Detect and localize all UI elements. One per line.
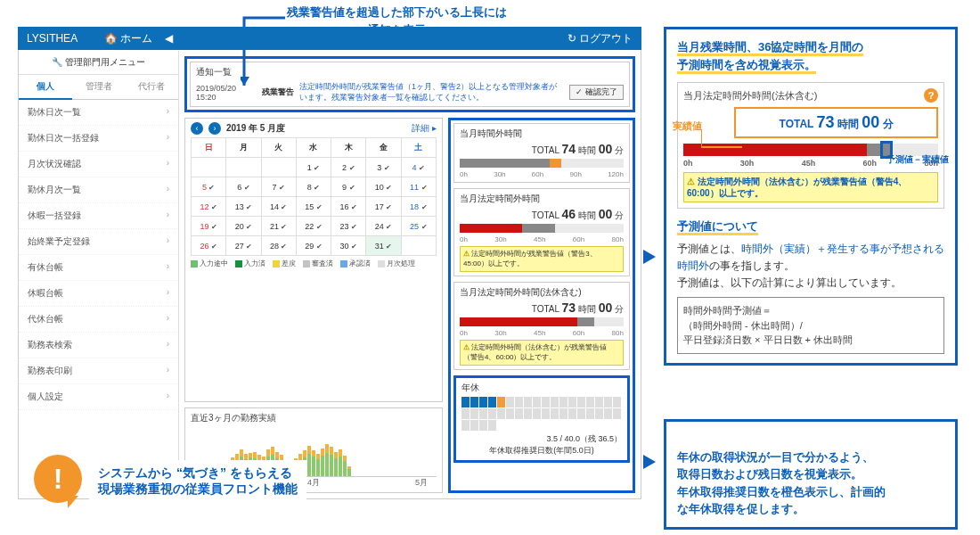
sidebar-item-0[interactable]: 勤休日次一覧	[19, 100, 178, 126]
nenkyu-cell	[586, 408, 594, 419]
nenkyu-cell	[488, 420, 496, 431]
cal-cell[interactable]: 30 ✔	[331, 236, 366, 256]
cal-cell[interactable]	[261, 158, 296, 177]
logout-link[interactable]: ↻ ログアウト	[568, 31, 633, 46]
cal-cell[interactable]: 24 ✔	[366, 217, 401, 236]
arrow-to-right3	[643, 455, 656, 469]
legend-item: 差戻	[273, 259, 296, 268]
cal-cell[interactable]: 6 ✔	[226, 177, 261, 197]
sidebar-tab-personal[interactable]: 個人	[19, 75, 72, 100]
cal-cell[interactable]: 20 ✔	[226, 217, 261, 236]
sidebar-item-11[interactable]: 個人設定	[19, 384, 178, 410]
help-icon[interactable]: ?	[924, 88, 938, 103]
calendar-title: 2019 年 5 月度	[226, 122, 285, 135]
cal-cell[interactable]: 23 ✔	[331, 217, 366, 236]
gauge-legal-bar	[460, 224, 624, 233]
sidebar-item-3[interactable]: 勤休月次一覧	[19, 177, 178, 203]
scale-tick: 60h	[573, 235, 584, 243]
cal-cell[interactable]: 10 ✔	[366, 177, 401, 197]
cal-cell[interactable]: 7 ✔	[261, 177, 296, 197]
gauge-legal-inc-warn: 法定時間外時間（法休含む）が残業警告値（警告4、60:00）以上です。	[460, 340, 624, 366]
cal-cell[interactable]: 28 ✔	[261, 236, 296, 256]
cal-cell[interactable]	[401, 236, 436, 256]
cal-cell[interactable]	[226, 158, 261, 177]
exclaim-icon: !	[34, 455, 82, 503]
sidebar-item-9[interactable]: 勤務表検索	[19, 333, 178, 358]
cal-cell[interactable]: 2 ✔	[331, 158, 366, 177]
cal-cell[interactable]: 4 ✔	[401, 158, 436, 177]
cal-cell[interactable]	[192, 158, 226, 177]
cal-prev-icon[interactable]: ‹	[191, 122, 203, 135]
nenkyu-cell	[470, 397, 478, 407]
scale-tick: 80h	[612, 329, 624, 337]
nenkyu-ratio: 3.5 / 40.0（残 36.5）	[461, 433, 622, 445]
sidebar-tab-manager[interactable]: 管理者	[72, 75, 126, 100]
cal-cell[interactable]: 16 ✔	[331, 197, 366, 217]
sidebar-item-1[interactable]: 勤休日次一括登録	[19, 126, 178, 152]
sidebar-tab-proxy[interactable]: 代行者	[125, 75, 178, 100]
cal-cell[interactable]: 11 ✔	[401, 177, 436, 197]
cal-cell[interactable]: 17 ✔	[366, 197, 401, 217]
cal-cell[interactable]: 22 ✔	[296, 217, 331, 236]
sample-gauge: 当月法定時間外時間(法休含む) ? TOTAL 73 時間 00 分 0h30h…	[677, 82, 944, 209]
nenkyu-rec: 年休取得推奨日数(年間5.0日)	[461, 445, 622, 457]
sample-warn: 法定時間外時間（法休含む）が残業警告値（警告4、60:00）以上です。	[683, 172, 938, 202]
scale-tick: 45h	[534, 235, 545, 243]
home-link[interactable]: 🏠 ホーム	[104, 31, 152, 46]
sidebar-item-10[interactable]: 勤務表印刷	[19, 358, 178, 384]
scale-tick: 30h	[494, 329, 506, 337]
cal-cell[interactable]: 15 ✔	[296, 197, 331, 217]
anno-right3: 年休の取得状況が一目で分かるよう、 取得日数および残日数を視覚表示。 年休取得推…	[664, 419, 958, 530]
cal-cell[interactable]: 8 ✔	[296, 177, 331, 197]
label-pred: 予測値－実績値	[886, 152, 949, 166]
sidebar-tabs: 個人 管理者 代行者	[19, 75, 178, 100]
gauge-legal-inc-total: TOTAL 73 時間 00 分	[460, 300, 624, 316]
sidebar-item-6[interactable]: 有休台帳	[19, 255, 178, 281]
nenkyu-cell	[542, 397, 550, 407]
cal-cell[interactable]: 12 ✔	[192, 197, 226, 217]
cal-cell[interactable]: 26 ✔	[192, 236, 226, 256]
cal-cell[interactable]: 31 ✔	[366, 236, 401, 256]
cal-cell[interactable]: 1 ✔	[296, 158, 331, 177]
nenkyu-cell	[559, 408, 568, 419]
notif-confirm-button[interactable]: ✓ 確認完了	[569, 85, 624, 100]
calendar-panel: ‹ › 2019 年 5 月度 詳細 ▸ 日月火水木金土 1 ✔2 ✔3 ✔4 …	[184, 118, 443, 402]
sidebar-item-4[interactable]: 休暇一括登録	[19, 203, 178, 229]
nenkyu-cell	[604, 397, 612, 407]
scale-tick: 0h	[683, 158, 693, 170]
cal-cell[interactable]: 25 ✔	[401, 217, 436, 236]
cal-next-icon[interactable]: ›	[208, 122, 221, 135]
arrow-to-right1	[643, 250, 656, 264]
gauge-ot-bar	[460, 159, 624, 168]
recent3-label-1: 4月	[307, 477, 320, 489]
cal-cell[interactable]: 14 ✔	[261, 197, 296, 217]
cal-cell[interactable]: 21 ✔	[261, 217, 296, 236]
cal-cell[interactable]: 29 ✔	[296, 236, 331, 256]
nenkyu-cell	[533, 408, 541, 419]
nenkyu-cell	[595, 397, 603, 407]
cal-cell[interactable]: 9 ✔	[331, 177, 366, 197]
sidebar-item-7[interactable]: 休暇台帳	[19, 281, 178, 307]
nenkyu-cell	[515, 397, 523, 407]
cal-dow: 水	[296, 138, 331, 158]
cal-cell[interactable]: 19 ✔	[192, 217, 226, 236]
nenkyu-cell	[524, 408, 532, 419]
calendar-detail-link[interactable]: 詳細 ▸	[412, 122, 437, 135]
scale-tick: 120h	[608, 170, 624, 178]
spark-bar	[307, 446, 311, 476]
sidebar-item-8[interactable]: 代休台帳	[19, 307, 178, 333]
nav-back-icon[interactable]: ◀	[165, 32, 173, 45]
cal-cell[interactable]: 27 ✔	[226, 236, 261, 256]
calendar-table: 日月火水木金土 1 ✔2 ✔3 ✔4 ✔5 ✔6 ✔7 ✔8 ✔9 ✔10 ✔1…	[191, 137, 437, 256]
sidebar-item-5[interactable]: 始終業予定登録	[19, 229, 178, 255]
cal-cell[interactable]: 18 ✔	[401, 197, 436, 217]
nenkyu-cell	[497, 408, 505, 419]
sidebar-item-2[interactable]: 月次状況確認	[19, 152, 178, 177]
cal-dow: 月	[226, 138, 261, 158]
topbar: LYSITHEA 🏠 ホーム ◀ ↻ ログアウト	[18, 27, 641, 50]
scale-tick: 60h	[532, 170, 543, 178]
cal-cell[interactable]: 13 ✔	[226, 197, 261, 217]
cal-cell[interactable]: 3 ✔	[366, 158, 401, 177]
spark-bar	[339, 449, 342, 476]
cal-cell[interactable]: 5 ✔	[192, 177, 226, 197]
